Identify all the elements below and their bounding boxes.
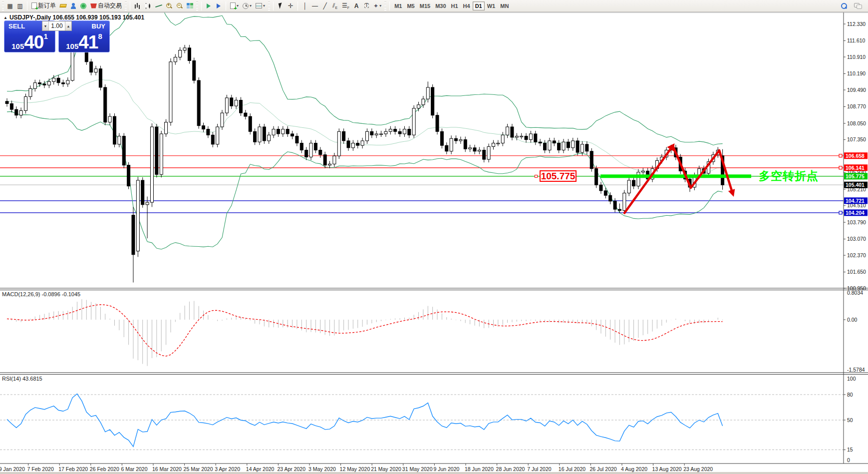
candle [33, 83, 36, 89]
auto-scroll-icon[interactable] [204, 1, 214, 11]
candle [19, 110, 22, 115]
zoom-out-icon[interactable]: − [174, 1, 185, 11]
buy-price-pip: 8 [98, 31, 102, 40]
candle [599, 185, 602, 191]
market-watch-icon[interactable]: ▦ [5, 1, 15, 11]
candle [632, 180, 635, 186]
sell-price-prefix: 105 [11, 42, 24, 51]
candlestick-mode-icon[interactable] [143, 1, 153, 11]
line-handle[interactable] [839, 211, 842, 214]
horizontal-line-icon[interactable]: — [310, 1, 320, 11]
fibonacci-icon[interactable]: ☰F [340, 1, 351, 11]
equidistant-channel-icon[interactable]: ⫽E [330, 1, 340, 11]
tab-w1[interactable]: W1 [485, 1, 498, 10]
tab-d1[interactable]: D1 [473, 1, 485, 10]
text-icon[interactable]: A [351, 1, 361, 11]
buy-price-big: 41 [78, 33, 98, 51]
pivot-annotation[interactable]: 多空转折点 [759, 168, 819, 184]
candle [576, 141, 579, 152]
candle [314, 143, 317, 150]
candle [47, 81, 50, 85]
candle [548, 141, 551, 150]
candle [230, 98, 233, 106]
tab-m5[interactable]: M5 [404, 1, 417, 10]
candle [351, 143, 354, 148]
candle [337, 131, 340, 156]
volume-up-button[interactable]: ▲ [65, 21, 71, 30]
candle [61, 83, 64, 84]
support-line-handle[interactable] [535, 175, 538, 178]
community-chat-icon[interactable] [852, 1, 863, 11]
volume-input[interactable]: 1.00 [49, 21, 65, 30]
accounts-icon[interactable] [68, 1, 78, 11]
trendline-icon[interactable]: ╱ [320, 1, 330, 11]
line-handle[interactable] [839, 154, 842, 157]
candle [497, 143, 500, 144]
tile-windows-icon[interactable] [185, 1, 195, 11]
new-order-button[interactable]: 新订单 [29, 1, 58, 11]
tab-h1[interactable]: H1 [449, 1, 461, 10]
tab-mn[interactable]: MN [498, 1, 511, 10]
arrows-icon[interactable]: ✦▾ [371, 1, 383, 11]
candle [562, 142, 565, 150]
search-icon[interactable] [839, 1, 849, 11]
data-window-icon[interactable]: ▥ [15, 1, 25, 11]
support-price-box[interactable]: 105.775 [540, 170, 577, 182]
bar-chart-mode-icon[interactable] [132, 1, 143, 11]
candle [595, 169, 598, 185]
new-chart-button[interactable]: ▾ [228, 1, 241, 11]
rsi-label: RSI(14) 43.6815 [2, 376, 42, 382]
mt4-terminal: ▦ ▥ 新订单 自动交易 + − ▾ ▾ ▾ ✛ │ — ╱ [0, 0, 868, 474]
cursor-icon[interactable] [276, 1, 286, 11]
gold-icon[interactable] [58, 1, 68, 11]
line-handle[interactable] [839, 166, 842, 169]
candle [501, 135, 504, 143]
candle [43, 84, 46, 85]
new-order-icon [31, 2, 37, 9]
zoom-in-icon[interactable]: + [164, 1, 174, 11]
price-axis[interactable] [844, 12, 868, 464]
candle [272, 129, 275, 135]
candle [618, 209, 621, 210]
candle [436, 115, 439, 132]
candle [309, 143, 312, 157]
volume-down-button[interactable]: ▼ [42, 21, 49, 30]
signals-icon[interactable] [78, 1, 88, 11]
candle [342, 131, 345, 141]
candle [127, 165, 130, 186]
candle [581, 144, 584, 152]
profiles-button[interactable]: ▾ [241, 1, 254, 11]
tab-m15[interactable]: M15 [417, 1, 433, 10]
crosshair-icon[interactable]: ✛ [286, 1, 295, 11]
candle [408, 129, 411, 135]
candle [361, 141, 364, 145]
text-label-icon[interactable]: T [361, 1, 371, 11]
collapse-panel-icon[interactable]: ▲ [3, 15, 7, 20]
toolbar-grip[interactable] [2, 1, 4, 10]
time-axis[interactable] [0, 464, 844, 474]
auto-trading-button[interactable]: 自动交易 [88, 1, 124, 11]
chart-canvas[interactable]: 112.330111.610110.910110.190109.490108.7… [0, 12, 868, 474]
candle [529, 134, 532, 140]
symbol-title-text: USDJPY-,Daily 106.655 106.939 105.193 10… [9, 14, 144, 21]
candle [24, 97, 27, 111]
candle [347, 141, 350, 148]
candle [641, 171, 644, 172]
candle [15, 109, 18, 115]
candle [525, 136, 528, 140]
vertical-line-icon[interactable]: │ [300, 1, 310, 11]
tab-h4[interactable]: H4 [461, 1, 473, 10]
templates-button[interactable]: ▾ [254, 1, 267, 11]
candle [160, 134, 163, 174]
candle [122, 136, 125, 165]
candle [295, 136, 298, 143]
candle [412, 108, 415, 135]
candle [286, 129, 289, 134]
tab-m30[interactable]: M30 [433, 1, 448, 10]
tab-m1[interactable]: M1 [392, 1, 404, 10]
candle [5, 101, 8, 104]
chart-shift-icon[interactable] [214, 1, 224, 11]
buy-price-prefix: 105 [66, 42, 78, 51]
candle [469, 148, 472, 149]
line-chart-mode-icon[interactable] [153, 1, 164, 11]
